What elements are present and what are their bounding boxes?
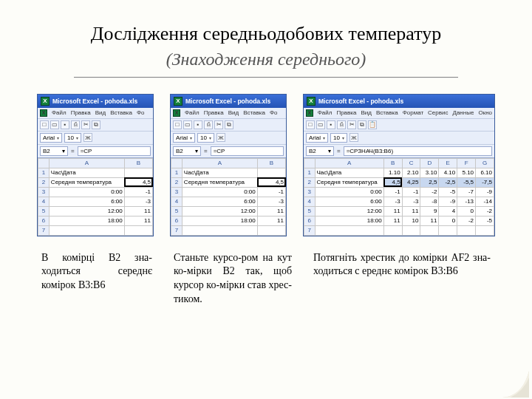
formula-input[interactable]: =СР (78, 146, 151, 156)
copy-icon[interactable]: ⧉ (92, 120, 100, 129)
cell-selected[interactable]: -7,5 (476, 177, 494, 187)
cell[interactable]: -1 (124, 187, 152, 197)
row-header[interactable]: 6 (304, 216, 316, 225)
cell[interactable]: Середня температура (49, 177, 124, 187)
col-header[interactable]: G (476, 158, 494, 168)
row-header[interactable]: 4 (304, 197, 316, 206)
cell[interactable]: 0:00 (49, 187, 124, 197)
cell[interactable]: 10 (402, 216, 420, 225)
col-header[interactable]: D (420, 158, 439, 168)
cell-active[interactable]: 4,5 (257, 177, 285, 187)
col-header[interactable]: C (402, 158, 420, 168)
row-header[interactable]: 4 (171, 197, 183, 206)
cell[interactable]: 6:00 (315, 197, 383, 206)
cell[interactable]: 0:00 (315, 187, 383, 197)
bold-button[interactable]: Ж (349, 133, 358, 142)
cell[interactable] (439, 225, 457, 235)
col-header[interactable]: A (182, 158, 257, 168)
cell[interactable]: -1 (383, 187, 402, 197)
menu-format[interactable]: Формат (403, 109, 423, 117)
col-header[interactable]: B (383, 158, 402, 168)
menu-edit[interactable]: Правка (336, 109, 356, 117)
row-header[interactable]: 5 (304, 206, 316, 216)
font-size-combo[interactable]: 10▾ (197, 133, 214, 143)
copy-icon[interactable]: ⧉ (225, 120, 233, 129)
row-header[interactable]: 1 (304, 168, 316, 177)
menu-window[interactable]: Окно (478, 109, 492, 117)
bold-button[interactable]: Ж (216, 133, 225, 142)
cell[interactable]: 11 (257, 206, 285, 216)
formula-input[interactable]: =СР (211, 146, 284, 156)
new-icon[interactable]: □ (40, 120, 49, 129)
cell-selected[interactable]: -5,5 (457, 177, 476, 187)
cell[interactable]: Середня температура (182, 177, 257, 187)
row-header[interactable]: 1 (171, 168, 183, 177)
col-header[interactable]: E (439, 158, 457, 168)
open-icon[interactable]: ▭ (316, 120, 325, 129)
row-header[interactable]: 6 (38, 216, 50, 225)
cell-active[interactable]: 4,5 (383, 177, 402, 187)
col-header[interactable]: A (49, 158, 124, 168)
cell[interactable]: -5 (476, 216, 494, 225)
cell[interactable]: -14 (476, 197, 494, 206)
cell[interactable]: 2.10 (402, 168, 420, 177)
menu-insert[interactable]: Вставка (110, 109, 132, 117)
name-box[interactable]: B2▾ (306, 146, 334, 156)
cell[interactable]: -7 (457, 187, 476, 197)
cell[interactable] (383, 225, 402, 235)
cell[interactable]: 12:00 (182, 206, 257, 216)
name-box[interactable]: B2▾ (173, 146, 201, 156)
cell[interactable]: 11 (402, 206, 420, 216)
menu-view[interactable]: Вид (361, 109, 371, 117)
cell[interactable]: -5 (439, 187, 457, 197)
cell[interactable]: 6.10 (476, 168, 494, 177)
cell[interactable]: 1.10 (383, 168, 402, 177)
menu-view[interactable]: Вид (95, 109, 106, 117)
cell[interactable] (315, 225, 383, 235)
cell[interactable]: -1 (402, 187, 420, 197)
menu-tools[interactable]: Сервис (428, 109, 448, 117)
cell[interactable] (476, 225, 494, 235)
cell[interactable]: 11 (257, 216, 285, 225)
cell[interactable]: 11 (383, 216, 402, 225)
col-header[interactable]: B (257, 158, 285, 168)
cell[interactable]: -2 (457, 216, 476, 225)
cell[interactable] (420, 225, 439, 235)
cell[interactable]: 4 (439, 206, 457, 216)
cell[interactable] (257, 225, 285, 235)
row-header[interactable]: 6 (171, 216, 183, 225)
cell[interactable]: Час\Дата (315, 168, 383, 177)
cell[interactable]: Час\Дата (49, 168, 124, 177)
row-header[interactable]: 3 (171, 187, 183, 197)
row-header[interactable]: 1 (38, 168, 50, 177)
row-header[interactable]: 7 (171, 225, 183, 235)
save-icon[interactable]: ▪ (61, 120, 69, 129)
cell[interactable]: 18:00 (182, 216, 257, 225)
cell[interactable]: 3.10 (420, 168, 439, 177)
open-icon[interactable]: ▭ (183, 120, 192, 129)
font-name-combo[interactable]: Arial▾ (173, 133, 195, 143)
font-name-combo[interactable]: Arial▾ (40, 133, 62, 143)
row-header[interactable]: 2 (171, 177, 183, 187)
bold-button[interactable]: Ж (83, 133, 92, 142)
cell[interactable]: 12:00 (49, 206, 124, 216)
cell[interactable]: 18:00 (49, 216, 124, 225)
menu-format[interactable]: Фо (270, 109, 278, 117)
font-size-combo[interactable]: 10▾ (330, 133, 347, 143)
cell-active[interactable]: 4,5 (124, 177, 152, 187)
menu-data[interactable]: Данные (453, 109, 474, 117)
menu-file[interactable]: Файл (318, 109, 332, 117)
cell[interactable]: 6:00 (49, 197, 124, 206)
print-icon[interactable]: ⎙ (71, 120, 80, 129)
cell[interactable]: -1 (257, 187, 285, 197)
row-header[interactable]: 3 (38, 187, 50, 197)
cell[interactable] (257, 168, 285, 177)
cut-icon[interactable]: ✂ (81, 120, 90, 129)
cell[interactable]: 0 (457, 206, 476, 216)
cell[interactable]: Час\Дата (182, 168, 257, 177)
cell[interactable]: 12:00 (315, 206, 383, 216)
cell[interactable] (49, 225, 124, 235)
col-header[interactable]: F (457, 158, 476, 168)
col-header[interactable]: A (315, 158, 383, 168)
cell[interactable]: 18:00 (315, 216, 383, 225)
